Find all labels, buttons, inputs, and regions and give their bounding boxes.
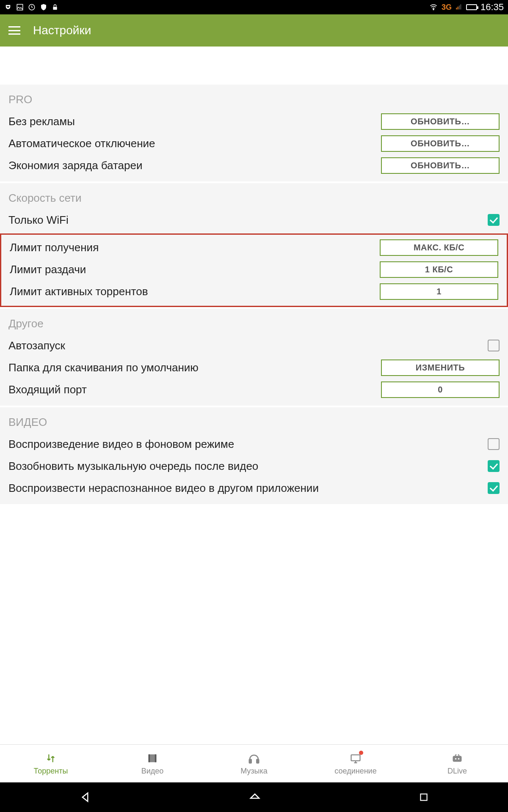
checkbox-autostart[interactable] — [488, 340, 500, 351]
signal-icon — [455, 4, 463, 11]
svg-rect-5 — [458, 7, 458, 10]
shield-icon — [40, 3, 47, 11]
svg-rect-4 — [456, 8, 457, 9]
row-incoming-port: Входящий порт 0 — [8, 379, 500, 401]
change-folder-button[interactable]: ИЗМЕНИТЬ — [381, 359, 500, 376]
svg-rect-13 — [351, 755, 360, 761]
upgrade-button-noads[interactable]: ОБНОВИТЬ… — [381, 113, 500, 130]
settings-content: PRO Без рекламы ОБНОВИТЬ… Автоматическое… — [0, 47, 508, 744]
active-torrents-limit-button[interactable]: 1 — [380, 283, 498, 300]
label-no-ads: Без рекламы — [8, 115, 381, 128]
nav-label-connection: соединение — [334, 767, 376, 776]
svg-point-16 — [458, 758, 460, 760]
top-spacer — [0, 47, 508, 85]
bottom-navigation: Торренты Видео Музыка соединение DLive — [0, 744, 508, 782]
label-video-bg-play: Воспроизведение видео в фоновом режиме — [8, 438, 488, 451]
label-resume-music-queue: Возобновить музыкальную очередь после ви… — [8, 460, 488, 473]
nav-dlive[interactable]: DLive — [406, 745, 508, 782]
torrents-icon — [44, 752, 58, 765]
lock-icon — [52, 3, 58, 11]
svg-rect-2 — [53, 7, 57, 10]
row-battery: Экономия заряда батареи ОБНОВИТЬ… — [8, 154, 500, 176]
download-limit-button[interactable]: МАКС. КБ/С — [380, 239, 498, 256]
nav-label-dlive: DLive — [447, 767, 467, 776]
upgrade-button-battery[interactable]: ОБНОВИТЬ… — [381, 157, 500, 174]
section-pro: PRO Без рекламы ОБНОВИТЬ… Автоматическое… — [0, 85, 508, 181]
incoming-port-button[interactable]: 0 — [381, 381, 500, 398]
section-header-other: Другое — [8, 314, 500, 335]
nav-label-video: Видео — [141, 767, 164, 776]
network-3g-label: 3G — [442, 3, 452, 12]
label-battery: Экономия заряда батареи — [8, 159, 381, 172]
svg-rect-9 — [149, 754, 150, 763]
image-icon — [16, 3, 24, 11]
row-autostart[interactable]: Автозапуск — [8, 335, 500, 357]
menu-hamburger-icon[interactable] — [8, 26, 20, 35]
status-time: 16:35 — [480, 2, 504, 13]
label-download-limit: Лимит получения — [10, 241, 380, 254]
nav-torrents[interactable]: Торренты — [0, 745, 102, 782]
sync-icon — [28, 3, 36, 11]
row-download-folder: Папка для скачивания по умолчанию ИЗМЕНИ… — [8, 357, 500, 379]
checkbox-wifi-only[interactable] — [488, 214, 500, 226]
section-other: Другое Автозапуск Папка для скачивания п… — [0, 309, 508, 406]
svg-rect-7 — [460, 4, 461, 9]
app-bar: Настройки — [0, 14, 508, 47]
video-icon — [146, 752, 159, 765]
section-netspeed-top: Скорость сети Только WiFi — [0, 183, 508, 233]
label-incoming-port: Входящий порт — [8, 383, 381, 396]
svg-rect-6 — [459, 5, 460, 9]
section-video: ВИДЕО Воспроизведение видео в фоновом ре… — [0, 407, 508, 504]
section-header-video: ВИДЕО — [8, 412, 500, 433]
row-no-ads: Без рекламы ОБНОВИТЬ… — [8, 110, 500, 132]
nav-back-button[interactable] — [79, 791, 91, 804]
nav-label-music: Музыка — [240, 767, 268, 776]
pocket-icon — [4, 3, 12, 11]
row-unknown-video-external[interactable]: Воспроизвести нераспознанное видео в дру… — [8, 477, 500, 499]
upgrade-button-autooff[interactable]: ОБНОВИТЬ… — [381, 135, 500, 152]
svg-rect-14 — [453, 756, 462, 762]
label-autostart: Автозапуск — [8, 339, 488, 352]
label-auto-off: Автоматическое отключение — [8, 137, 381, 150]
checkbox-unknown-video-external[interactable] — [488, 482, 500, 494]
row-auto-off: Автоматическое отключение ОБНОВИТЬ… — [8, 132, 500, 154]
status-left-icons — [4, 3, 58, 11]
battery-icon — [466, 4, 477, 10]
row-upload-limit: Лимит раздачи 1 КБ/С — [10, 258, 498, 280]
status-right-icons: 3G 16:35 — [429, 2, 504, 13]
checkbox-resume-music-queue[interactable] — [488, 460, 500, 472]
nav-recent-button[interactable] — [418, 792, 429, 803]
svg-rect-12 — [257, 760, 259, 763]
page-title: Настройки — [33, 24, 91, 37]
label-unknown-video-external: Воспроизвести нераспознанное видео в дру… — [8, 482, 488, 495]
nav-music[interactable]: Музыка — [203, 745, 305, 782]
row-download-limit: Лимит получения МАКС. КБ/С — [10, 236, 498, 258]
wifi-icon — [429, 3, 438, 11]
section-header-netspeed: Скорость сети — [8, 188, 500, 209]
upload-limit-button[interactable]: 1 КБ/С — [380, 261, 498, 278]
svg-rect-0 — [17, 4, 23, 10]
dlive-icon — [450, 752, 464, 765]
nav-connection[interactable]: соединение — [305, 745, 406, 782]
music-icon — [247, 752, 261, 765]
row-wifi-only[interactable]: Только WiFi — [8, 209, 500, 231]
label-download-folder: Папка для скачивания по умолчанию — [8, 361, 381, 374]
row-video-bg-play[interactable]: Воспроизведение видео в фоновом режиме — [8, 433, 500, 455]
label-upload-limit: Лимит раздачи — [10, 263, 380, 276]
svg-rect-11 — [249, 760, 251, 763]
section-header-pro: PRO — [8, 90, 500, 110]
nav-video[interactable]: Видео — [102, 745, 203, 782]
svg-rect-17 — [421, 794, 427, 800]
android-system-nav — [0, 782, 508, 812]
row-active-torrents-limit: Лимит активных торрентов 1 — [10, 280, 498, 302]
nav-home-button[interactable] — [248, 791, 261, 804]
connection-badge-icon — [359, 751, 363, 755]
svg-point-15 — [455, 758, 457, 760]
checkbox-video-bg-play[interactable] — [488, 438, 500, 450]
row-resume-music-queue[interactable]: Возобновить музыкальную очередь после ви… — [8, 455, 500, 477]
label-active-torrents-limit: Лимит активных торрентов — [10, 285, 380, 298]
label-wifi-only: Только WiFi — [8, 214, 488, 227]
connection-icon — [349, 752, 362, 765]
svg-rect-10 — [155, 754, 157, 763]
highlighted-limits-box: Лимит получения МАКС. КБ/С Лимит раздачи… — [0, 233, 508, 307]
